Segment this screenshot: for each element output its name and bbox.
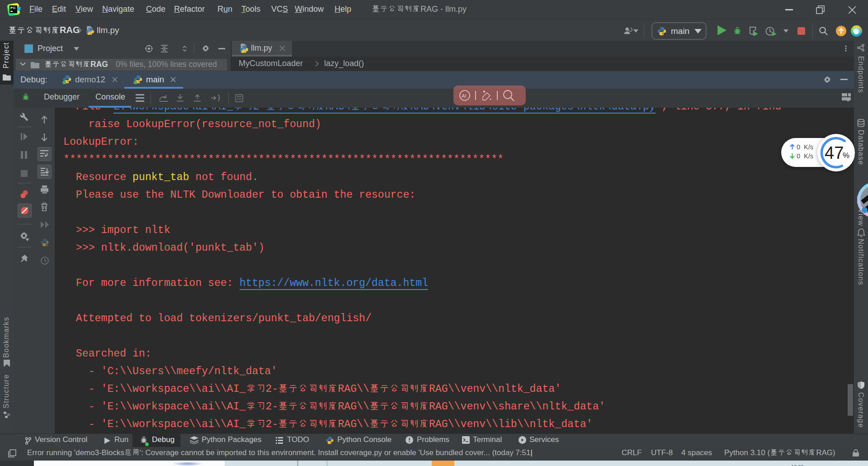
- svg-text:$: $: [46, 242, 48, 247]
- svg-text:AI: AI: [462, 93, 466, 99]
